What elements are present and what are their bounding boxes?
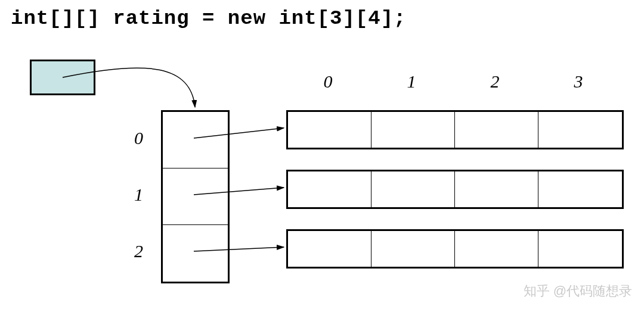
col-label-1: 1 (370, 71, 453, 92)
cell-0-1 (371, 112, 455, 148)
inner-array-0 (286, 110, 624, 149)
column-labels: 0 1 2 3 (286, 71, 620, 92)
cell-0-0 (288, 112, 371, 148)
code-declaration: int[][] rating = new int[3][4]; (11, 7, 407, 30)
col-label-0: 0 (286, 71, 370, 92)
cell-0-3 (538, 112, 622, 148)
cell-1-0 (288, 171, 371, 207)
outer-index-0: 0 (134, 128, 143, 148)
outer-array (161, 110, 230, 283)
outer-cell-2 (163, 225, 228, 282)
outer-cell-1 (163, 168, 228, 225)
cell-2-1 (371, 231, 455, 267)
cell-1-2 (455, 171, 538, 207)
cell-2-3 (538, 231, 622, 267)
cell-0-2 (455, 112, 538, 148)
cell-2-2 (455, 231, 538, 267)
cell-1-3 (538, 171, 622, 207)
outer-index-2: 2 (134, 241, 143, 261)
col-label-2: 2 (453, 71, 537, 92)
outer-index-1: 1 (134, 185, 143, 205)
inner-array-1 (286, 170, 624, 209)
inner-array-2 (286, 229, 624, 269)
outer-cell-0 (163, 112, 228, 168)
col-label-3: 3 (537, 71, 620, 92)
watermark: 知乎 @代码随想录 (524, 282, 632, 300)
cell-2-0 (288, 231, 371, 267)
cell-1-1 (371, 171, 455, 207)
reference-variable-box (30, 60, 95, 95)
